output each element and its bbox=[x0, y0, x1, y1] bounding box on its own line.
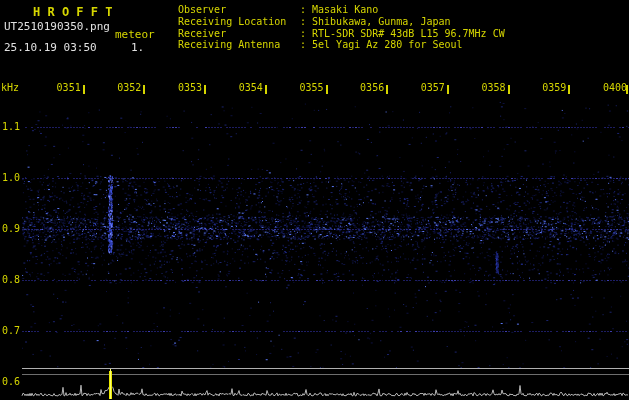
station-info-row: Receiving Antenna: 5el Yagi Az 280 for S… bbox=[178, 39, 505, 51]
time-tick-mark bbox=[447, 85, 449, 94]
time-tick-mark bbox=[326, 85, 328, 94]
frequency-tick-label: 0.8 bbox=[2, 274, 20, 285]
time-tick-label: 0352 bbox=[113, 82, 141, 93]
time-tick-mark bbox=[265, 85, 267, 94]
spectrogram-canvas bbox=[0, 0, 629, 400]
frequency-tick-label: 0.9 bbox=[2, 223, 20, 234]
time-tick-label: 0351 bbox=[53, 82, 81, 93]
time-tick-label: 0357 bbox=[417, 82, 445, 93]
time-tick-label: 0359 bbox=[538, 82, 566, 93]
time-tick-label: 0356 bbox=[356, 82, 384, 93]
info-label: Observer bbox=[178, 4, 300, 16]
echo-count: 1. bbox=[131, 41, 144, 54]
output-filename: UT2510190350.png bbox=[4, 20, 110, 33]
info-value: : 5el Yagi Az 280 for Seoul bbox=[300, 39, 463, 50]
station-info-row: Receiving Location: Shibukawa, Gunma, Ja… bbox=[178, 16, 505, 28]
frequency-tick-label: 0.6 bbox=[2, 376, 20, 387]
time-tick-label: 0358 bbox=[478, 82, 506, 93]
time-tick-mark bbox=[508, 85, 510, 94]
station-info-block: Observer: Masaki KanoReceiving Location:… bbox=[178, 4, 505, 51]
hrofft-output-image: H R O F F T UT2510190350.png meteor 25.1… bbox=[0, 0, 629, 400]
observation-mode-label: meteor bbox=[115, 28, 155, 41]
station-info-row: Receiver: RTL-SDR SDR# 43dB L15 96.7MHz … bbox=[178, 28, 505, 40]
time-tick-mark bbox=[204, 85, 206, 94]
frequency-unit-label: kHz bbox=[1, 82, 19, 93]
app-title: H R O F F T bbox=[33, 5, 112, 19]
frequency-tick-label: 1.0 bbox=[2, 172, 20, 183]
info-label: Receiving Location bbox=[178, 16, 300, 28]
info-label: Receiving Antenna bbox=[178, 39, 300, 51]
observation-datetime: 25.10.19 03:50 bbox=[4, 41, 97, 54]
time-tick-mark bbox=[143, 85, 145, 94]
time-tick-mark bbox=[568, 85, 570, 94]
time-tick-mark bbox=[386, 85, 388, 94]
info-value: : Shibukawa, Gunma, Japan bbox=[300, 16, 451, 27]
time-tick-mark bbox=[626, 85, 628, 94]
time-tick-mark bbox=[83, 85, 85, 94]
frequency-tick-label: 1.1 bbox=[2, 121, 20, 132]
info-value: : Masaki Kano bbox=[300, 4, 378, 15]
frequency-tick-label: 0.7 bbox=[2, 325, 20, 336]
station-info-row: Observer: Masaki Kano bbox=[178, 4, 505, 16]
info-label: Receiver bbox=[178, 28, 300, 40]
time-tick-label: 0354 bbox=[235, 82, 263, 93]
time-tick-label: 0355 bbox=[296, 82, 324, 93]
info-value: : RTL-SDR SDR# 43dB L15 96.7MHz CW bbox=[300, 28, 505, 39]
time-tick-label: 0400 bbox=[599, 82, 627, 93]
time-tick-label: 0353 bbox=[174, 82, 202, 93]
